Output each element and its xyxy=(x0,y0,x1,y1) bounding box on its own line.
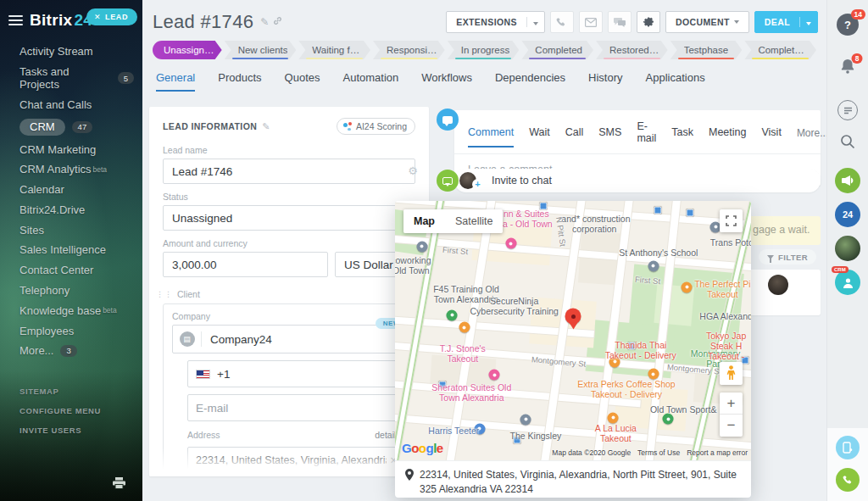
map-view-button[interactable]: Map xyxy=(403,209,445,233)
map-poi-pin-icon[interactable] xyxy=(489,370,500,381)
map-poi-pin-icon[interactable] xyxy=(416,241,427,252)
timeline-tab-sms[interactable]: SMS xyxy=(598,126,621,148)
report-error-link[interactable]: Report a map error xyxy=(687,448,748,457)
ai24-scoring-button[interactable]: AI24 Scoring xyxy=(337,118,415,135)
map-poi-pin-icon[interactable] xyxy=(648,369,659,380)
deal-button[interactable]: DEAL xyxy=(754,11,818,33)
sidebar-item-sites[interactable]: Sites xyxy=(0,220,142,240)
address-field[interactable]: 22314, United States, Virginia, Alexandr… xyxy=(187,447,406,474)
help-button[interactable]: ? 14 xyxy=(837,14,859,36)
tab-quotes[interactable]: Quotes xyxy=(285,71,320,92)
stage-responsible-assi-[interactable]: Responsible Assi... xyxy=(373,41,445,59)
map-poi-pin-icon[interactable] xyxy=(608,412,619,423)
phone-field[interactable]: +1 xyxy=(187,360,406,387)
document-button[interactable]: DOCUMENT xyxy=(665,11,749,33)
extensions-button[interactable]: EXTENSIONS xyxy=(446,11,545,33)
tab-applications[interactable]: Applications xyxy=(646,71,705,92)
copy-link-icon[interactable] xyxy=(273,16,282,28)
stage-complete-lead[interactable]: Complete lead xyxy=(744,41,816,59)
sidebar-item-chat-and-calls[interactable]: Chat and Calls xyxy=(0,95,142,115)
map-marker-icon[interactable] xyxy=(565,309,581,325)
timeline-tab-meeting[interactable]: Meeting xyxy=(709,126,746,148)
printer-icon[interactable] xyxy=(113,477,125,493)
stage-new-clients[interactable]: New clients xyxy=(225,41,297,59)
map-poi-pin-icon[interactable] xyxy=(447,309,458,320)
sidebar-item-crm-analytics[interactable]: CRM Analyticsbeta xyxy=(0,159,142,180)
sidebar-link-sitemap[interactable]: SITEMAP xyxy=(0,381,142,401)
sidebar-link-invite-users[interactable]: INVITE USERS xyxy=(0,420,142,440)
lead-name-input[interactable] xyxy=(163,159,415,184)
timeline-tab-visit[interactable]: Visit xyxy=(761,126,781,148)
satellite-view-button[interactable]: Satellite xyxy=(445,209,503,233)
invite-to-chat-row[interactable]: + Invite to chat xyxy=(454,169,821,192)
google-map[interactable]: Map Satellite + − Google Map data ©2020 … xyxy=(395,201,751,460)
sidebar-item-telephony[interactable]: Telephony xyxy=(0,281,142,301)
map-poi-pin-icon[interactable] xyxy=(663,414,674,425)
map-poi-pin-icon[interactable] xyxy=(505,238,516,249)
close-lead-button[interactable]: ✕LEAD xyxy=(86,8,137,25)
menu-hamburger-icon[interactable] xyxy=(8,15,23,25)
sidebar-item-knowledge-base[interactable]: Knowledge basebeta xyxy=(0,300,142,320)
stage-in-progress[interactable]: In progress xyxy=(448,41,520,59)
timeline-tab-task[interactable]: Task xyxy=(671,126,693,148)
company-field[interactable]: ▤ Company24 xyxy=(172,325,406,353)
filter-button[interactable]: FILTER xyxy=(759,249,816,264)
tab-history[interactable]: History xyxy=(588,71,622,92)
tab-general[interactable]: General xyxy=(156,71,195,92)
sidebar-link-configure-menu[interactable]: CONFIGURE MENU xyxy=(0,401,142,420)
stage-completed[interactable]: Completed xyxy=(521,41,593,59)
map-poi-pin-icon[interactable] xyxy=(474,423,485,434)
stage-restored-leads[interactable]: Restored leads xyxy=(596,41,668,59)
sidebar-item-activity-stream[interactable]: Activity Stream xyxy=(0,42,142,62)
status-select[interactable] xyxy=(163,205,415,231)
timeline-tab-wait[interactable]: Wait xyxy=(529,126,550,148)
tab-workflows[interactable]: Workflows xyxy=(421,71,472,92)
settings-gear-icon[interactable] xyxy=(637,11,660,33)
call-widget-button[interactable] xyxy=(836,468,860,492)
map-poi-pin-icon[interactable] xyxy=(609,356,620,367)
timeline-stream-icon[interactable] xyxy=(837,100,858,120)
sidebar-item-bitrix24-drive[interactable]: Bitrix24.Drive xyxy=(0,199,142,220)
tab-dependencies[interactable]: Dependencies xyxy=(495,71,565,92)
edit-title-icon[interactable]: ✎ xyxy=(260,16,269,28)
sidebar-item-more-[interactable]: More...3 xyxy=(0,341,142,361)
marketing-megaphone-button[interactable] xyxy=(835,168,860,193)
terms-link[interactable]: Terms of Use xyxy=(637,448,680,457)
amount-input[interactable] xyxy=(163,252,328,277)
pegman-streetview-control[interactable] xyxy=(720,362,743,385)
timeline-tab-comment[interactable]: Comment xyxy=(468,126,514,148)
sidebar-item-sales-intelligence[interactable]: Sales Intelligence xyxy=(0,240,142,260)
notifications-bell-icon[interactable]: 8 xyxy=(840,58,856,78)
email-field[interactable]: E-mail xyxy=(187,394,406,421)
field-gear-icon[interactable]: ⚙ xyxy=(408,164,418,177)
sidebar-item-employees[interactable]: Employees xyxy=(0,320,142,341)
sidebar-item-crm-marketing[interactable]: CRM Marketing xyxy=(0,139,142,159)
stage-testphase[interactable]: Testphase xyxy=(670,41,743,59)
map-poi-pin-icon[interactable] xyxy=(459,322,470,333)
crm-contact-button[interactable]: CRM xyxy=(835,270,860,295)
drag-handle[interactable]: ⋮⋮ xyxy=(156,290,173,298)
deal-dropdown-caret[interactable] xyxy=(799,17,817,27)
sidebar-item-tasks-and-projects[interactable]: Tasks and Projects5 xyxy=(0,62,142,95)
zoom-out-button[interactable]: − xyxy=(720,415,743,437)
stage-unassigned[interactable]: Unassigned xyxy=(153,41,222,59)
email-icon-button[interactable] xyxy=(579,11,603,33)
tab-products[interactable]: Products xyxy=(218,71,261,92)
tab-automation[interactable]: Automation xyxy=(342,71,398,92)
chat-icon-button[interactable] xyxy=(608,11,632,33)
edit-section-icon[interactable]: ✎ xyxy=(262,121,270,132)
search-icon[interactable] xyxy=(840,134,855,153)
map-poi-pin-icon[interactable] xyxy=(648,260,659,271)
sidebar-item-contact-center[interactable]: Contact Center xyxy=(0,260,142,281)
map-poi-pin-icon[interactable] xyxy=(520,414,531,425)
map-poi-pin-icon[interactable] xyxy=(682,281,693,292)
mobile-app-button[interactable] xyxy=(836,436,860,459)
extensions-dropdown-caret[interactable] xyxy=(526,17,544,27)
zoom-in-button[interactable]: + xyxy=(720,392,743,415)
google-logo[interactable]: Google xyxy=(402,441,443,455)
stage-waiting-for-details[interactable]: Waiting for Details xyxy=(298,41,370,59)
fullscreen-icon[interactable] xyxy=(720,209,743,232)
sidebar-item-calendar[interactable]: Calendar xyxy=(0,180,142,200)
timeline-tab-e-mail[interactable]: E-mail xyxy=(637,120,656,153)
call-icon-button[interactable] xyxy=(550,11,574,33)
